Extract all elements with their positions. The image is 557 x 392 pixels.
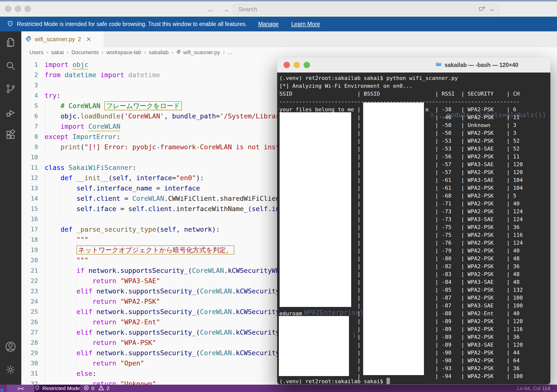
- line-number: 6: [21, 111, 38, 121]
- line-number: 13: [21, 183, 38, 193]
- terminal-line: (.venv) ret2root:sakailab sakai$ python …: [279, 74, 458, 82]
- line-number: 18: [21, 235, 38, 245]
- explorer-icon[interactable]: [5, 37, 16, 48]
- run-debug-icon[interactable]: [5, 107, 16, 118]
- code-line: """: [45, 235, 88, 245]
- line-number: 28: [21, 338, 38, 348]
- screen: ← → Restricted Mode is intended for safe…: [0, 0, 557, 392]
- terminal-close-icon[interactable]: [284, 62, 290, 68]
- problems-status[interactable]: 0 2: [83, 385, 109, 392]
- banner-message: Restricted Mode is intended for safe cod…: [17, 21, 247, 27]
- line-number: 27: [21, 327, 38, 338]
- settings-gear-icon[interactable]: [5, 364, 16, 375]
- breadcrumb-separator: ›: [223, 49, 225, 56]
- terminal-title: sakailab — -bash — 120×40: [435, 57, 518, 73]
- code-line: # CoreWLAN フレームワークをロード: [45, 101, 182, 111]
- terminal-zoom-icon[interactable]: [304, 62, 310, 68]
- line-number: 7: [21, 121, 38, 132]
- account-icon[interactable]: [5, 341, 16, 352]
- code-line: return "WPA-PSK": [45, 338, 156, 348]
- tab-close-icon[interactable]: [86, 36, 92, 42]
- code-line: ネットワークオブジェクトから暗号化方式を判定。: [45, 245, 234, 255]
- redaction-box-bssid: [363, 102, 424, 375]
- line-number: 15: [21, 204, 38, 214]
- code-line: try:: [45, 90, 61, 101]
- warnings-count: 2: [107, 385, 110, 391]
- breadcrumb-separator: ›: [144, 49, 146, 56]
- terminal-window: sakailab — -bash — 120×40 k', module_glo…: [277, 57, 550, 384]
- line-number: 23: [21, 286, 38, 296]
- breadcrumb-item[interactable]: Users: [29, 49, 43, 56]
- code-line: print("[!] Error: pyobjc-framework-CoreW…: [45, 142, 311, 152]
- tab-filename: wifi_scanner.py: [35, 36, 75, 43]
- search-divider: [474, 6, 474, 13]
- code-line: from datetime import datetime: [45, 70, 160, 80]
- line-number: 17: [21, 224, 38, 235]
- breadcrumb-item[interactable]: sakai: [51, 49, 64, 56]
- tab-wifi-scanner[interactable]: wifi_scanner.py 2: [21, 31, 104, 47]
- line-number: 1: [21, 60, 38, 70]
- code-line: elif network.supportsSecurity_(CoreWLAN.…: [45, 348, 304, 358]
- breadcrumb-item[interactable]: ...: [228, 49, 232, 56]
- line-number: 2: [21, 70, 38, 80]
- restricted-mode-status[interactable]: Restricted Mode: [34, 385, 80, 392]
- code-line: self.interface_name = interface: [45, 183, 200, 193]
- breadcrumb-separator: ›: [102, 49, 103, 56]
- line-number: 8: [21, 132, 38, 142]
- code-line: """: [45, 255, 88, 266]
- source-control-icon[interactable]: [5, 83, 16, 94]
- breadcrumb-item[interactable]: Documents: [71, 49, 99, 56]
- shield-icon: [35, 385, 40, 392]
- code-line: return "WPA2-Ent": [45, 317, 160, 327]
- forward-arrow-icon[interactable]: →: [222, 4, 230, 14]
- line-number: 21: [21, 266, 38, 276]
- code-line: def __init__(self, interface="en0"):: [45, 173, 204, 183]
- code-line: return "WPA2-PSK": [45, 296, 160, 307]
- traffic-light-close-icon[interactable]: [5, 6, 11, 12]
- manage-link[interactable]: Manage: [258, 21, 278, 27]
- desktop-corner: [0, 389, 3, 392]
- breadcrumb-item[interactable]: workspace-lab: [106, 49, 141, 56]
- redaction-box-ssid-lower: [279, 316, 349, 376]
- python-file-icon: [176, 50, 181, 56]
- terminal-titlebar[interactable]: sakailab — -bash — 120×40: [277, 57, 550, 73]
- terminal-minimize-icon[interactable]: [294, 62, 300, 68]
- traffic-light-zoom-icon[interactable]: [25, 6, 31, 12]
- copilot-chat-icon[interactable]: [478, 6, 485, 14]
- line-number: 19: [21, 245, 38, 255]
- errors-icon: [83, 385, 89, 392]
- terminal-title-text: sakailab — -bash — 120×40: [445, 62, 518, 68]
- line-number: 10: [21, 152, 38, 163]
- back-arrow-icon[interactable]: ←: [207, 4, 215, 14]
- line-number: 20: [21, 255, 38, 266]
- search-box[interactable]: [233, 4, 499, 15]
- code-line: elif network.supportsSecurity_(CoreWLAN.…: [45, 327, 311, 338]
- extensions-icon[interactable]: [5, 129, 16, 140]
- line-number: 5: [21, 101, 38, 111]
- line-number: 9: [21, 142, 38, 152]
- breadcrumb-item[interactable]: wifi_scanner.py: [183, 49, 220, 56]
- traffic-light-minimize-icon[interactable]: [15, 6, 21, 12]
- line-number: 12: [21, 173, 38, 183]
- code-line: class SakaiWiFiScanner:: [45, 163, 136, 173]
- line-number: 11: [21, 163, 38, 173]
- status-bar: >< Restricted Mode 0 2 Ln 64, Col 114: [0, 385, 557, 392]
- breadcrumb-item[interactable]: sakailab: [149, 49, 169, 56]
- line-number: 22: [21, 276, 38, 286]
- redaction-box-ssid: [280, 112, 351, 307]
- search-input[interactable]: [238, 5, 442, 14]
- line-number: 31: [21, 368, 38, 379]
- cursor-position[interactable]: Ln 64, Col 114: [517, 385, 550, 392]
- code-line: def _parse_security_type(self, network):: [45, 224, 220, 235]
- restricted-mode-label: Restricted Mode: [42, 385, 80, 391]
- remote-indicator[interactable]: ><: [7, 385, 34, 392]
- code-line: import CoreWLAN: [45, 121, 120, 132]
- tab-badge: 2: [78, 36, 81, 43]
- learn-more-link[interactable]: Learn More: [291, 21, 320, 27]
- terminal-body[interactable]: k', module_globals=globals())WPA2Enterpr…: [277, 73, 550, 384]
- breadcrumb-separator: ›: [172, 49, 173, 56]
- chevron-down-icon[interactable]: [489, 7, 495, 14]
- restricted-mode-banner: Restricted Mode is intended for safe cod…: [0, 17, 557, 31]
- breadcrumb: Users›sakai›Documents›workspace-lab›saka…: [21, 47, 557, 58]
- search-icon[interactable]: [5, 60, 16, 71]
